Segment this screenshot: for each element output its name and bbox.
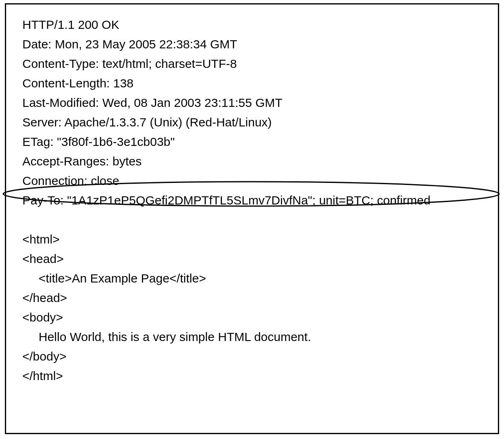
- header-accept-ranges: Accept-Ranges: bytes: [22, 152, 490, 171]
- header-server: Server: Apache/1.3.3.7 (Unix) (Red-Hat/L…: [22, 113, 490, 132]
- header-content-type: Content-Type: text/html; charset=UTF-8: [22, 54, 490, 74]
- header-content-length: Content-Length: 138: [22, 74, 490, 93]
- header-etag: ETag: "3f80f-1b6-3e1cb03b": [22, 132, 490, 152]
- status-line: HTTP/1.1 200 OK: [22, 15, 490, 35]
- http-response-box: HTTP/1.1 200 OK Date: Mon, 23 May 2005 2…: [5, 3, 499, 434]
- header-pay-to: Pay-To: "1A1zP1eP5QGefi2DMPTfTL5SLmv7Div…: [22, 191, 490, 210]
- body-body-open: <body>: [22, 308, 490, 327]
- body-body-close: </body>: [22, 347, 490, 366]
- body-html-close: </html>: [22, 366, 490, 386]
- header-last-modified: Last-Modified: Wed, 08 Jan 2003 23:11:55…: [22, 93, 490, 113]
- body-head-close: </head>: [22, 288, 490, 308]
- body-title: <title>An Example Page</title>: [22, 269, 490, 288]
- header-connection: Connection: close: [22, 171, 490, 191]
- body-head-open: <head>: [22, 249, 490, 269]
- body-content: Hello World, this is a very simple HTML …: [22, 327, 490, 347]
- body-html-open: <html>: [22, 230, 490, 249]
- header-date: Date: Mon, 23 May 2005 22:38:34 GMT: [22, 35, 490, 54]
- blank-line: [22, 210, 490, 230]
